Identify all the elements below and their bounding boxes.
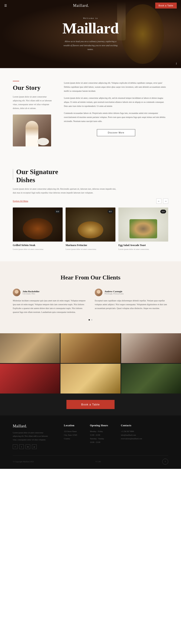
footer-email: info@maillard.com: [121, 433, 142, 437]
footer-brand-desc: Lorem ipsum dolor sit amet consectetur a…: [13, 431, 51, 442]
footer: Maillard. Lorem ipsum dolor sit amet con…: [0, 416, 181, 469]
dish-card-pasta: $15 Marinara Fettucine Lorem ipsum dolor…: [66, 208, 116, 251]
dishes-row: $18 Grilled Sirloin Steak Lorem ipsum do…: [13, 208, 168, 251]
discover-more-button[interactable]: Discover More: [97, 129, 135, 136]
our-story-section: Our Story Lorem ipsum dolor sit amet con…: [0, 68, 181, 157]
footer-logo: Maillard.: [13, 424, 51, 428]
footer-hours-4: 10:00 - 23:00: [90, 440, 108, 444]
testimonials-row: John Rockefeller Cleveland, Ohio Molesti…: [13, 288, 168, 314]
footer-brand: Maillard. Lorem ipsum dolor sit amet con…: [13, 424, 51, 449]
footer-copyright: © Copyright Maillard 2023: [13, 460, 34, 463]
steak-food-visual: [23, 218, 52, 240]
gallery-item-4: [0, 364, 60, 394]
testimonial-card-2: Andrew Carnegie Pittsburgh, Pennsylvania…: [95, 288, 168, 314]
footer-hours-1: Monday - Friday: [90, 430, 108, 433]
avatar-face-2: [97, 290, 100, 294]
dish-desc-salad: Lorem ipsum dolor sit amet consectetur.: [118, 248, 168, 251]
gallery-item-2: [60, 333, 120, 363]
chef-figure: [26, 121, 38, 146]
signature-accent-line: [13, 169, 13, 180]
footer-top: Maillard. Lorem ipsum dolor sit amet con…: [13, 424, 168, 449]
author-info-2: Andrew Carnegie Pittsburgh, Pennsylvania: [104, 290, 124, 295]
dish-price-badge-steak: $18: [55, 210, 61, 214]
nav-logo: Maillard.: [73, 4, 89, 8]
dish-desc-steak: Lorem ipsum dolor sit amet consectetur.: [13, 248, 62, 251]
hero-title: Maillard: [62, 21, 118, 36]
twitter-icon[interactable]: t: [19, 444, 24, 449]
footer-location-heading: Location: [64, 424, 77, 427]
nav-book-button[interactable]: Book a Table: [155, 2, 177, 8]
footer-contacts: Contacts +1 234 567 8900 info@maillard.c…: [121, 424, 142, 449]
hero-description: Allow us to lead you on a culinary journ…: [63, 39, 118, 51]
story-accent-line: [13, 81, 19, 81]
author-location-2: Pittsburgh, Pennsylvania: [104, 293, 124, 295]
hamburger-icon[interactable]: ☰: [4, 4, 7, 8]
pinterest-icon[interactable]: p: [32, 444, 37, 449]
testimonial-text-2: Excepturi nam cupiditate culpa doloremqu…: [95, 299, 168, 310]
dish-navigation-arrows: ← →: [156, 198, 168, 204]
story-left-column: Our Story Lorem ipsum dolor sit amet con…: [13, 81, 55, 146]
story-title: Our Story: [13, 84, 55, 92]
gallery-item-3: [121, 333, 181, 363]
hero-welcome: Welcome to: [62, 17, 118, 19]
explore-menu-link[interactable]: Explore All Menu: [13, 200, 28, 202]
story-para-2: Lorem ipsum dolor sit amet, consectetur …: [64, 96, 168, 108]
story-image: [13, 114, 51, 146]
footer-bottom: © Copyright Maillard 2023 V 1.00 ↑: [13, 456, 168, 464]
testimonial-author-2: Andrew Carnegie Pittsburgh, Pennsylvania: [95, 288, 168, 296]
prev-dish-button[interactable]: ←: [156, 198, 162, 204]
pasta-food-visual: [78, 221, 103, 238]
author-location-1: Cleveland, Ohio: [22, 293, 40, 295]
testimonial-dot-2[interactable]: [91, 319, 92, 320]
scroll-to-top-button[interactable]: ↑: [162, 459, 168, 464]
footer-social-links: f t in p: [13, 444, 51, 449]
gallery-section: [0, 333, 181, 394]
footer-version: V 1.00: [96, 460, 100, 463]
testimonial-card-1: John Rockefeller Cleveland, Ohio Molesti…: [13, 288, 86, 314]
salad-food-visual: [130, 219, 157, 238]
dish-price-badge-salad: $10: [160, 210, 166, 214]
dish-name-salad: Egg Salad Avocado Toast: [118, 244, 168, 247]
story-left-text: Lorem ipsum dolor sit amet consectetur a…: [13, 95, 55, 110]
footer-hours-3: Saturday - Sunday: [90, 437, 108, 440]
facebook-icon[interactable]: f: [13, 444, 18, 449]
signature-description: Lorem ipsum dolor sit amet consectetur a…: [13, 187, 119, 195]
dish-image-salad: $10: [118, 208, 168, 242]
dish-name-steak: Grilled Sirloin Steak: [13, 244, 62, 247]
footer-phone: +1 234 567 8900: [121, 430, 142, 433]
dish-image-steak: $18: [13, 208, 62, 242]
hero-content: Welcome to Maillard Allow us to lead you…: [62, 17, 118, 51]
footer-reservations: reservations@maillard.com: [121, 437, 142, 440]
signature-dishes-section: Our SignatureDishes Lorem ipsum dolor si…: [0, 157, 181, 261]
footer-hours-heading: Opening Hours: [90, 424, 108, 427]
testimonial-dot-1[interactable]: [88, 319, 90, 320]
footer-hours: Opening Hours Monday - Friday 11:00 - 22…: [90, 424, 108, 449]
avatar-2: [95, 288, 102, 296]
footer-hours-2: 11:00 - 22:00: [90, 433, 108, 437]
story-para-1: Lorem ipsum dolor sit amet consectetur a…: [64, 81, 168, 93]
avatar-1: [13, 288, 20, 296]
footer-address-3: Country: [64, 437, 77, 440]
story-para-3: Commodo recusandae labore sit. Perpricia…: [64, 111, 168, 123]
footer-address-2: City, State 12345: [64, 433, 77, 437]
plate-figure: [37, 138, 49, 145]
avatar-face-1: [15, 290, 18, 294]
dish-card-steak: $18 Grilled Sirloin Steak Lorem ipsum do…: [13, 208, 62, 251]
cta-book-button[interactable]: Book a Table: [66, 400, 115, 409]
dish-price-badge-pasta: $15: [108, 210, 114, 214]
footer-address-1: 123 Street Name: [64, 430, 77, 433]
instagram-icon[interactable]: in: [26, 444, 30, 449]
testimonial-pagination: [13, 319, 168, 320]
dish-image-pasta: $15: [66, 208, 116, 242]
author-name-2: Andrew Carnegie: [104, 290, 124, 293]
testimonials-section: Hear From Our Clients John Rockefeller C…: [0, 261, 181, 333]
gallery-item-1: [0, 333, 60, 363]
signature-title: Our SignatureDishes: [16, 168, 58, 184]
testimonials-title: Hear From Our Clients: [13, 274, 168, 281]
hero-food-image: [122, 4, 164, 64]
testimonial-text-1: Molestiae incidunt consequatur quis ipsa…: [13, 299, 86, 314]
scroll-down-icon[interactable]: ↓: [176, 61, 177, 65]
signature-header: Our SignatureDishes: [13, 168, 168, 184]
next-dish-button[interactable]: →: [163, 198, 168, 204]
dish-card-salad: $10 Egg Salad Avocado Toast Lorem ipsum …: [118, 208, 168, 251]
